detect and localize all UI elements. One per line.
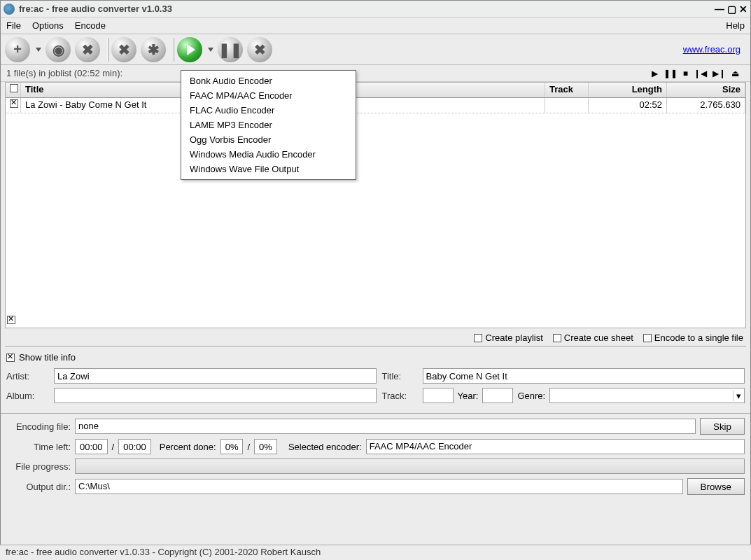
stop-button[interactable]: ■ [683,69,688,78]
row-length: 02:52 [589,98,667,113]
menu-file[interactable]: File [6,20,21,31]
start-encode-button[interactable] [177,37,202,62]
time-left-label: Time left: [6,442,71,452]
header-check[interactable] [6,83,21,97]
prev-button[interactable]: ❙◀ [694,69,707,78]
file-progress-label: File progress: [6,461,71,472]
title-info-panel: Show title info Artist: Title: Album: Tr… [5,346,746,409]
add-cd-button[interactable]: ◉ [45,37,71,62]
create-playlist-option[interactable]: Create playlist [474,332,542,343]
table-row[interactable]: La Zowi - Baby Come N Get It 02:52 2.765… [6,98,745,113]
year-label: Year: [458,391,479,401]
pause-encode-button[interactable]: ❚❚ [218,37,243,62]
encoder-option[interactable]: Bonk Audio Encoder [181,74,356,88]
window-title: fre:ac - free audio converter v1.0.33 [19,4,715,14]
header-track[interactable]: Track [545,83,589,97]
artist-input[interactable] [54,368,377,384]
output-dir-label: Output dir.: [6,482,71,492]
statusbar: fre:ac - free audio converter v1.0.33 - … [0,545,751,560]
close-button[interactable]: ✕ [739,4,748,15]
stop-encode-button[interactable]: ✖ [247,37,272,62]
genre-dropdown[interactable]: ▾ [549,388,745,403]
time-left-1: 00:00 [75,439,108,454]
row-track [545,98,589,113]
year-input[interactable] [482,388,513,403]
toolbar: + ◉ ✖ ✖ ✱ ❚❚ ✖ www.freac.org [1,34,750,65]
encoder-option[interactable]: FLAC Audio Encoder [181,103,356,118]
app-icon [3,4,15,15]
encoder-option[interactable]: Windows Wave File Output [181,162,356,176]
minimize-button[interactable]: — [715,4,724,15]
settings-button[interactable]: ✖ [111,37,136,62]
album-input[interactable] [54,388,377,403]
row-size: 2.765.630 [667,98,745,113]
selected-encoder-label: Selected encoder: [288,442,362,452]
next-button[interactable]: ▶❙ [713,69,726,78]
table-header: Title Track Length Size [6,83,745,98]
menu-options[interactable]: Options [32,20,64,31]
encoder-dropdown-menu: Bonk Audio Encoder FAAC MP4/AAC Encoder … [181,70,356,180]
row-check[interactable] [6,98,21,113]
header-size[interactable]: Size [667,83,745,97]
file-progress-bar [75,458,745,474]
show-title-info-check[interactable] [6,354,15,362]
play-button[interactable]: ▶ [652,69,658,78]
encoding-file-value: none [75,419,696,434]
encoder-dropdown-arrow[interactable] [208,48,213,52]
selected-encoder-value: FAAC MP4/AAC Encoder [366,439,745,454]
track-label: Track: [382,391,417,401]
output-dir-value[interactable]: C:\Mus\ [75,479,683,494]
title-input[interactable] [423,368,745,384]
menubar: File Options Encode Help [1,18,750,34]
genre-label: Genre: [517,391,545,401]
encoder-option[interactable]: Ogg Vorbis Encoder [181,132,356,147]
encoder-option[interactable]: Windows Media Audio Encoder [181,147,356,162]
header-length[interactable]: Length [589,83,667,97]
website-link[interactable]: www.freac.org [683,44,741,55]
eject-button[interactable]: ⏏ [731,69,739,78]
menu-encode[interactable]: Encode [75,20,106,31]
options-row: Create playlist Create cue sheet Encode … [1,328,750,346]
add-file-dropdown[interactable] [36,48,41,52]
artist-label: Artist: [6,371,48,382]
album-label: Album: [6,391,48,401]
config-button[interactable]: ✱ [141,37,166,62]
show-title-info-label: Show title info [19,352,76,363]
select-all-check[interactable] [7,316,15,326]
maximize-button[interactable]: ▢ [727,4,736,15]
joblist-header: 1 file(s) in joblist (02:52 min): ▶ ❚❚ ■… [1,65,750,82]
create-cue-sheet-option[interactable]: Create cue sheet [553,332,633,343]
track-input[interactable] [423,388,454,403]
chevron-down-icon: ▾ [733,391,744,401]
percent-2: 0% [254,439,277,454]
browse-button[interactable]: Browse [687,478,745,495]
remove-button[interactable]: ✖ [75,37,100,62]
encoding-file-label: Encoding file: [6,421,71,432]
title-label: Title: [382,371,417,382]
percent-1: 0% [220,439,244,454]
menu-help[interactable]: Help [726,20,745,31]
add-file-button[interactable]: + [5,37,30,62]
joblist-table: Title Track Length Size La Zowi - Baby C… [5,82,746,328]
skip-button[interactable]: Skip [700,418,745,435]
titlebar: fre:ac - free audio converter v1.0.33 — … [1,1,750,18]
encoder-option[interactable]: LAME MP3 Encoder [181,118,356,132]
encoding-panel: Encoding file: none Skip Time left: 00:0… [1,413,750,503]
encode-single-option[interactable]: Encode to a single file [643,332,743,343]
percent-done-label: Percent done: [160,442,216,452]
toolbar-separator [173,38,174,62]
time-left-2: 00:00 [118,439,151,454]
toolbar-separator [107,38,108,62]
pause-button[interactable]: ❚❚ [664,69,678,78]
encoder-option[interactable]: FAAC MP4/AAC Encoder [181,88,356,103]
